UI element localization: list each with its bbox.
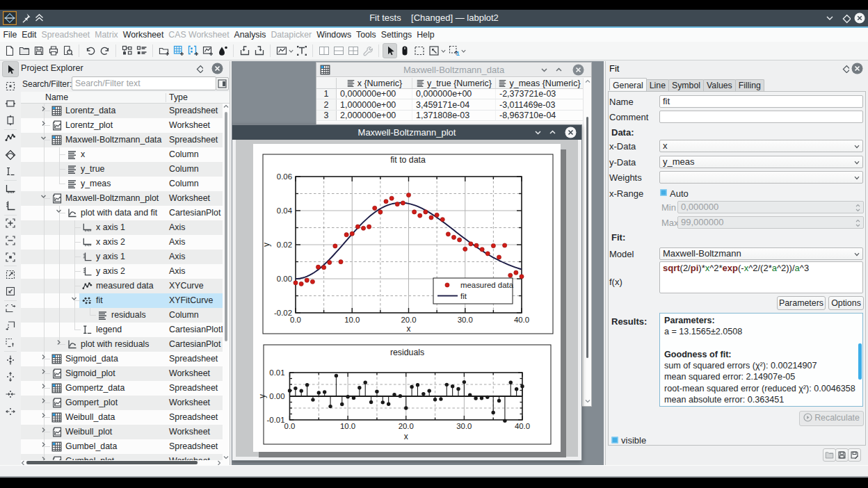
parameters-button[interactable]: Parameters <box>777 296 826 310</box>
tree-row-y-axis-1[interactable]: y axis 1Axis <box>21 250 224 264</box>
select-mode-button[interactable] <box>383 43 397 58</box>
tree-expander-icon[interactable] <box>40 398 49 407</box>
new-plot-dropdown-icon[interactable] <box>289 43 294 58</box>
new-plot-button[interactable] <box>274 43 289 58</box>
shift-up-y-button[interactable] <box>2 386 19 402</box>
spreadsheet-cell[interactable]: 1,371808e-03 <box>412 111 496 120</box>
float-dock-icon[interactable] <box>194 64 203 73</box>
save-button[interactable] <box>31 43 46 58</box>
weights-combobox[interactable] <box>659 171 863 184</box>
scroll-up-icon[interactable] <box>223 104 229 108</box>
tree-row-weibull-data[interactable]: Weibull_dataSpreadsheet <box>21 410 224 425</box>
add-curve-button[interactable] <box>2 129 19 145</box>
results-scrollbar[interactable] <box>858 343 862 380</box>
tree-row-y-axis-2[interactable]: y axis 2Axis <box>21 264 224 279</box>
tree-vertical-scrollbar[interactable] <box>223 104 230 460</box>
maximize-button[interactable] <box>839 13 851 24</box>
scroll-down-icon[interactable] <box>223 455 229 459</box>
tree-row-plot-with-data-and-fit[interactable]: plot with data and fitCartesianPlot <box>21 206 224 220</box>
spreadsheet-window-titlebar[interactable]: Maxwell-Boltzmann_data <box>316 63 591 77</box>
zoom-in-button[interactable] <box>2 215 19 231</box>
print-preview-button[interactable] <box>61 43 75 58</box>
menu-settings[interactable]: Settings <box>378 30 414 40</box>
new-spreadsheet-button[interactable] <box>171 43 186 58</box>
worksheet-maximize-icon[interactable] <box>547 127 558 138</box>
vertical-layout-button[interactable] <box>316 43 331 58</box>
tree-expander-icon[interactable] <box>40 427 49 436</box>
close-button[interactable] <box>854 13 865 24</box>
spreadsheet-cell[interactable]: 2,000000e+00 <box>337 111 412 120</box>
zoom-origin-button[interactable] <box>2 250 19 266</box>
tree-row-residuals[interactable]: residualsColumn <box>21 308 224 323</box>
fit-float-dock-icon[interactable] <box>840 64 849 73</box>
shift-left-x-button[interactable] <box>2 352 19 368</box>
menu-analysis[interactable]: Analysis <box>232 30 268 40</box>
spreadsheet-cell[interactable]: -3,011469e-03 <box>496 99 584 109</box>
navigate-mode-button[interactable] <box>397 43 412 58</box>
zoom-select-mode-button[interactable] <box>412 43 426 58</box>
tree-header[interactable]: Name Type <box>21 92 230 104</box>
ss-scroll-down-icon[interactable] <box>585 399 590 403</box>
fit-tab-line[interactable]: Line <box>646 79 669 92</box>
fit-tab-filling[interactable]: Filling <box>735 79 764 92</box>
tree-row-lorentz-data[interactable]: Lorentz_dataSpreadsheet <box>21 104 224 118</box>
add-equation-curve-button[interactable] <box>2 147 19 163</box>
tree-expander-icon[interactable] <box>56 208 65 217</box>
menu-tools[interactable]: Tools <box>354 30 379 40</box>
tree-row-y-meas[interactable]: y_measColumn <box>21 177 224 191</box>
fit-tab-values[interactable]: Values <box>703 79 736 92</box>
tree-row-x-axis-2[interactable]: x axis 2Axis <box>21 235 224 250</box>
fit-tab-symbol[interactable]: Symbol <box>668 79 704 92</box>
menu-edit[interactable]: Edit <box>19 30 39 40</box>
save-function-button[interactable] <box>835 448 849 462</box>
tree-row-gumbel-plot[interactable]: Gumbel_plotWorksheet <box>21 454 224 460</box>
tree-row-sigmoid-data[interactable]: Sigmoid_dataSpreadsheet <box>21 352 224 366</box>
menu-windows[interactable]: Windows <box>314 30 354 40</box>
spreadsheet-close-icon[interactable] <box>572 64 583 74</box>
formula-editor[interactable]: sqrt(2/pi)*x^2*exp(-x^2/(2*a^2))/a^3 <box>659 261 863 293</box>
tree-horizontal-scrollbar[interactable] <box>21 460 223 465</box>
tree-expander-icon[interactable] <box>40 412 49 421</box>
tree-expander-icon[interactable] <box>56 339 65 348</box>
add-x-axis-button[interactable] <box>2 181 19 197</box>
tree-row-sigmoid-plot[interactable]: Sigmoid_plotWorksheet <box>21 366 224 381</box>
zoom-out-button[interactable] <box>2 232 19 248</box>
scale-auto-x-button[interactable] <box>2 300 19 316</box>
toggle-project-explorer-button[interactable] <box>120 43 134 58</box>
shift-down-y-button[interactable] <box>2 403 19 419</box>
new-text-label-button[interactable] <box>294 43 309 58</box>
zoom-fit-page-button[interactable] <box>2 266 19 282</box>
results-box[interactable]: Parameters:a = 13.1565±2.0508Goodness of… <box>659 313 863 407</box>
worksheet-window-titlebar[interactable]: Maxwell-Boltzmann_plot <box>232 125 581 140</box>
window-titlebar[interactable]: Fit tests [Changed] — labplot2 <box>0 10 868 26</box>
worksheet-close-icon[interactable] <box>565 127 575 137</box>
spreadsheet-corner[interactable] <box>316 78 337 88</box>
tree-expander-icon[interactable] <box>40 193 49 202</box>
filter-options-button[interactable] <box>216 77 229 90</box>
new-document-button[interactable] <box>2 43 17 58</box>
menu-file[interactable]: File <box>1 30 19 40</box>
scroll-right-icon[interactable] <box>217 460 221 465</box>
model-combobox[interactable]: Maxwell-Boltzmann <box>659 247 863 260</box>
tree-expander-icon[interactable] <box>71 295 80 304</box>
new-datapicker-button[interactable] <box>215 43 230 58</box>
add-y-axis-button[interactable] <box>2 198 19 214</box>
spreadsheet-cell[interactable]: -8,963710e-04 <box>496 111 584 120</box>
save-function-as-button[interactable] <box>848 448 861 462</box>
magnification-dropdown-icon[interactable] <box>461 43 467 58</box>
tree-row-gompertz-data[interactable]: Gompertz_dataSpreadsheet <box>21 381 224 396</box>
load-function-button[interactable] <box>823 448 836 462</box>
spreadsheet-vertical-scrollbar[interactable] <box>583 78 591 406</box>
spreadsheet-cell[interactable]: 1,000000e+00 <box>337 99 412 109</box>
spreadsheet-cell[interactable]: -2,373721e-03 <box>496 89 584 99</box>
spreadsheet-cell[interactable]: 0,000000e+00 <box>412 89 496 99</box>
row-number[interactable]: 3 <box>316 111 337 120</box>
tree-row-x-axis-1[interactable]: x axis 1Axis <box>21 220 224 235</box>
worksheet-minimize-icon[interactable] <box>533 127 543 138</box>
grid-layout-button[interactable] <box>346 43 360 58</box>
tree-row-gumbel-data[interactable]: Gumbel_dataSpreadsheet <box>21 439 224 454</box>
auto-checkbox[interactable] <box>660 189 667 196</box>
ss-scroll-up-icon[interactable] <box>585 79 590 83</box>
magnification-button[interactable]: 1 <box>447 43 461 58</box>
spreadsheet-maximize-icon[interactable] <box>554 65 564 75</box>
